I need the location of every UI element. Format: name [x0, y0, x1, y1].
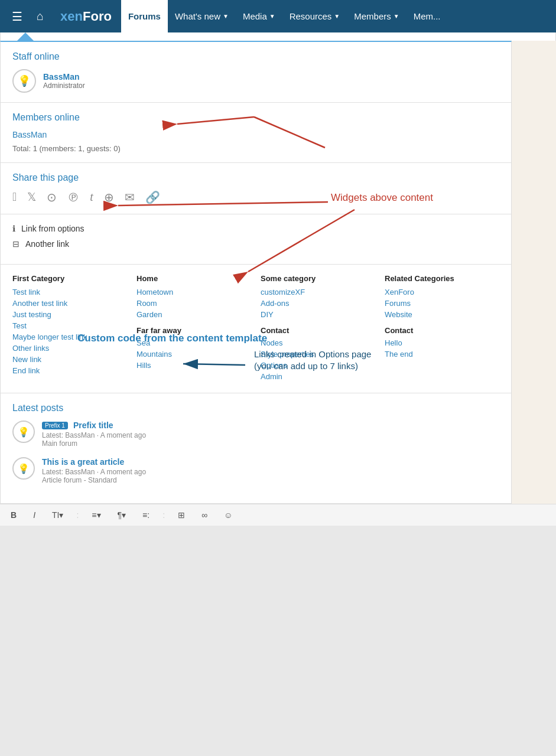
- toolbar-link[interactable]: ∞: [198, 508, 211, 522]
- toolbar-divider: :: [162, 510, 165, 520]
- post-meta: Latest: BassMan · A moment ago: [42, 431, 499, 439]
- footer-links-section: Custom code from the content template Fi…: [1, 265, 511, 393]
- footer-link[interactable]: Forums: [385, 299, 499, 308]
- nav-whats-new-label: What's new: [175, 11, 220, 21]
- footer-link[interactable]: Another test link: [12, 299, 127, 308]
- email-icon[interactable]: ✉: [125, 190, 135, 204]
- link-icon[interactable]: 🔗: [145, 190, 160, 204]
- footer-col-2-subtitle: Far far away: [136, 326, 251, 335]
- members-online-section: Members online BassMan Total: 1 (members…: [1, 103, 511, 163]
- dropdown-arrow-indicator: [17, 32, 34, 41]
- footer-link[interactable]: End link: [12, 366, 127, 375]
- post-forum: Article forum - Standard: [42, 476, 499, 484]
- toolbar-text[interactable]: TI▾: [48, 508, 67, 522]
- toolbar-bold[interactable]: B: [7, 508, 20, 522]
- share-title: Share this page: [12, 172, 499, 183]
- staff-member-name[interactable]: BassMan: [43, 72, 85, 82]
- footer-link[interactable]: New link: [12, 355, 127, 364]
- info-icon: ℹ: [12, 224, 15, 233]
- footer-link[interactable]: Options: [261, 361, 375, 370]
- main-content: Staff online 💡 BassMan Administrator Mem…: [0, 41, 556, 504]
- nav-resources[interactable]: Resources ▼: [282, 0, 347, 32]
- share-icons:  𝕏 ⊙ ℗ t ⊕ ✉ 🔗: [12, 190, 499, 204]
- left-panel: Staff online 💡 BassMan Administrator Mem…: [0, 41, 512, 504]
- footer-link[interactable]: Other links: [12, 344, 127, 353]
- nav-forums[interactable]: Forums: [121, 0, 168, 32]
- footer-link[interactable]: Hometown: [136, 288, 251, 296]
- footer-link[interactable]: Admin: [261, 372, 375, 381]
- nav-media-label: Media: [243, 11, 267, 21]
- toolbar-italic[interactable]: I: [30, 508, 39, 522]
- box-icon: ⊟: [12, 239, 19, 249]
- whatsapp-icon[interactable]: ⊕: [104, 190, 114, 204]
- footer-col-3-title: Some category: [261, 274, 375, 283]
- footer-link[interactable]: customizeXF: [261, 288, 375, 296]
- footer-link[interactable]: Room: [136, 299, 251, 308]
- nav-whats-new[interactable]: What's new ▼: [168, 0, 236, 32]
- link-item-options[interactable]: ℹ Link from options: [12, 224, 499, 233]
- toolbar-indent[interactable]: ¶▾: [114, 508, 130, 522]
- footer-col-1-title: First Category: [12, 274, 127, 283]
- chevron-down-icon: ▼: [334, 13, 340, 19]
- reddit-icon[interactable]: ⊙: [47, 190, 57, 204]
- post-content: This is a great article Latest: BassMan …: [42, 457, 499, 484]
- link-text-another: Another link: [25, 239, 69, 249]
- footer-col-2: Home Hometown Room Garden Far far away S…: [136, 274, 251, 383]
- staff-member-role: Administrator: [43, 82, 85, 90]
- footer-link[interactable]: XenForo: [385, 288, 499, 296]
- hamburger-button[interactable]: ☰: [5, 5, 30, 28]
- link-text-options: Link from options: [21, 224, 84, 233]
- footer-col-3-subtitle: Contact: [261, 326, 375, 335]
- nav-more[interactable]: Mem...: [407, 0, 448, 32]
- nav-more-label: Mem...: [414, 11, 441, 21]
- nav-members-label: Members: [354, 11, 391, 21]
- toolbar-list[interactable]: ≡▾: [88, 508, 104, 522]
- footer-link[interactable]: Hills: [136, 361, 251, 370]
- footer-grid: First Category Test link Another test li…: [12, 274, 499, 383]
- footer-link[interactable]: Style properties: [261, 350, 375, 359]
- members-online-title: Members online: [12, 112, 499, 123]
- post-meta: Latest: BassMan · A moment ago: [42, 468, 499, 476]
- post-forum: Main forum: [42, 439, 499, 448]
- facebook-icon[interactable]: : [12, 190, 17, 204]
- post-content: Prefix 1 Prefix title Latest: BassMan · …: [42, 421, 499, 448]
- twitter-icon[interactable]: 𝕏: [27, 190, 36, 204]
- toolbar-divider: :: [76, 510, 79, 520]
- footer-col-4-subtitle: Contact: [385, 326, 499, 335]
- footer-link[interactable]: The end: [385, 350, 499, 359]
- footer-link[interactable]: Nodes: [261, 338, 375, 347]
- footer-link[interactable]: Test link: [12, 288, 127, 296]
- footer-col-2-title: Home: [136, 274, 251, 283]
- footer-link[interactable]: Garden: [136, 310, 251, 319]
- toolbar-align[interactable]: ≡:: [139, 508, 153, 522]
- footer-link[interactable]: Website: [385, 310, 499, 319]
- post-item: 💡 Prefix 1 Prefix title Latest: BassMan …: [12, 421, 499, 448]
- online-member-name[interactable]: BassMan: [12, 130, 499, 139]
- logo: xenForo: [51, 9, 121, 24]
- link-item-another[interactable]: ⊟ Another link: [12, 239, 499, 249]
- footer-link[interactable]: Hello: [385, 338, 499, 347]
- footer-link[interactable]: Maybe longer test link: [12, 333, 127, 341]
- right-sidebar: [512, 41, 556, 504]
- quick-links-section: ℹ Link from options ⊟ Another link: [1, 214, 511, 265]
- avatar: 💡: [12, 421, 35, 443]
- toolbar-emoji[interactable]: ☺: [220, 508, 236, 522]
- footer-link[interactable]: Mountains: [136, 350, 251, 359]
- tumblr-icon[interactable]: t: [90, 190, 93, 204]
- post-title[interactable]: This is a great article: [42, 457, 124, 467]
- latest-posts-title: Latest posts: [12, 403, 499, 413]
- nav-media[interactable]: Media ▼: [236, 0, 282, 32]
- footer-link[interactable]: Test: [12, 321, 127, 330]
- footer-link[interactable]: Add-ons: [261, 299, 375, 308]
- footer-col-1: First Category Test link Another test li…: [12, 274, 127, 383]
- footer-link[interactable]: DIY: [261, 310, 375, 319]
- footer-link[interactable]: Sea: [136, 338, 251, 347]
- post-title[interactable]: Prefix title: [73, 421, 113, 430]
- nav-members[interactable]: Members ▼: [347, 0, 406, 32]
- nav-forums-label: Forums: [128, 11, 161, 21]
- toolbar-image[interactable]: ⊞: [174, 508, 188, 522]
- home-button[interactable]: ⌂: [30, 5, 51, 28]
- footer-link[interactable]: Just testing: [12, 310, 127, 319]
- latest-posts-section: Latest posts 💡 Prefix 1 Prefix title Lat…: [1, 393, 511, 503]
- pinterest-icon[interactable]: ℗: [67, 190, 79, 204]
